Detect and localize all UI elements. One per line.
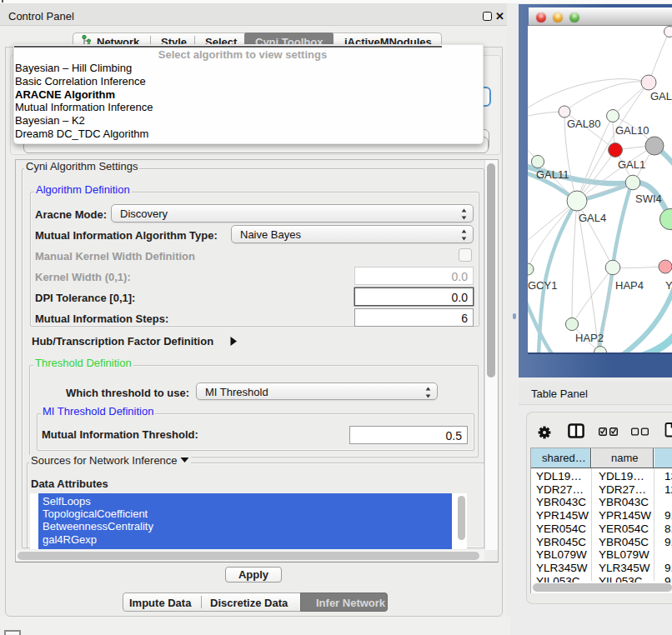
svg-text:SWI4: SWI4 [635, 192, 662, 205]
svg-text:GCY1: GCY1 [528, 279, 557, 292]
svg-text:GAL80: GAL80 [567, 118, 600, 130]
svg-text:GAL4: GAL4 [579, 212, 606, 224]
svg-text:HAP4: HAP4 [615, 279, 644, 292]
svg-text:GAL11: GAL11 [536, 168, 569, 181]
svg-text:Y: Y [665, 279, 672, 292]
svg-text:GAL10: GAL10 [615, 124, 649, 137]
svg-text:GAL1: GAL1 [618, 158, 645, 171]
svg-text:GAL: GAL [650, 90, 672, 102]
svg-text:HAP2: HAP2 [575, 332, 604, 344]
